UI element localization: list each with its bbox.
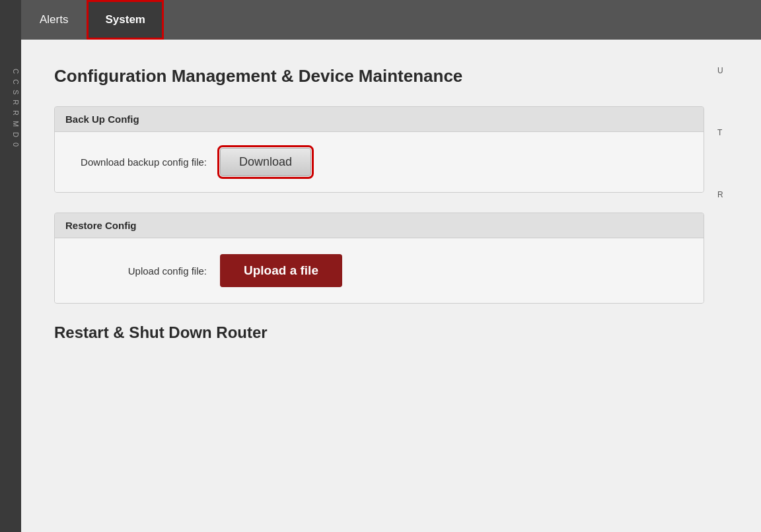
download-button[interactable]: Download	[220, 148, 311, 176]
upload-file-button[interactable]: Upload a file	[220, 254, 342, 287]
sidebar-text: R	[0, 108, 21, 118]
backup-config-header: Back Up Config	[55, 107, 704, 132]
sidebar-text: M	[0, 118, 21, 129]
restore-config-header: Restore Config	[55, 213, 704, 238]
sidebar-text: 0	[0, 140, 21, 149]
restore-config-label: Upload config file:	[75, 265, 207, 277]
tab-bar: Alerts System	[21, 0, 761, 40]
restart-heading: Restart & Shut Down Router	[54, 323, 704, 342]
section-title: Configuration Management & Device Mainte…	[54, 66, 704, 86]
right-panel-item-r: R	[717, 190, 728, 199]
right-panel: U T R	[717, 66, 728, 506]
restore-config-box: Restore Config Upload config file: Uploa…	[54, 213, 704, 304]
right-panel-item-t: T	[717, 128, 728, 137]
main-area: Alerts System Configuration Management &…	[21, 0, 761, 532]
sidebar-text: C	[0, 77, 21, 87]
tab-system[interactable]: System	[87, 0, 163, 40]
right-panel-item-u: U	[717, 66, 728, 75]
restore-config-body: Upload config file: Upload a file	[55, 238, 704, 303]
tab-alerts[interactable]: Alerts	[21, 0, 87, 40]
backup-config-body: Download backup config file: Download	[55, 132, 704, 192]
sidebar-text: R	[0, 97, 21, 108]
sidebar: C C S R R M D 0	[0, 0, 21, 532]
sidebar-text: S	[0, 87, 21, 97]
content-area: Configuration Management & Device Mainte…	[21, 40, 761, 532]
backup-config-label: Download backup config file:	[75, 156, 207, 168]
content-main: Configuration Management & Device Mainte…	[54, 66, 717, 506]
sidebar-text: C	[0, 66, 21, 77]
backup-config-box: Back Up Config Download backup config fi…	[54, 106, 704, 193]
sidebar-text: D	[0, 129, 21, 140]
